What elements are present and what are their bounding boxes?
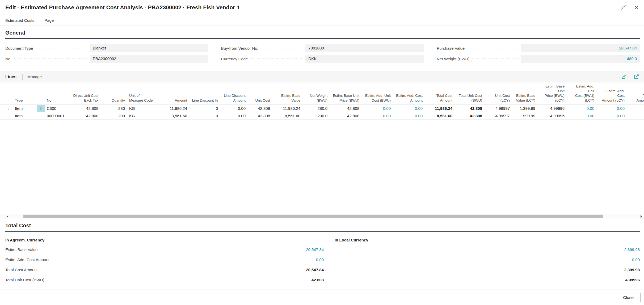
col-header-line-discount-amount[interactable]: Line Discount Amount: [220, 93, 248, 103]
table-row[interactable]: →Item⋮C30042.808280KG11,986.2400.0042.80…: [0, 105, 644, 112]
cell-quantity[interactable]: 200: [100, 112, 127, 120]
cell-total-cost-amount-lcy[interactable]: [627, 112, 644, 120]
cell-estim-base-value[interactable]: 8,561.60: [272, 112, 302, 120]
table-row[interactable]: Item0000000142.808200KG8,561.6000.0042.8…: [0, 112, 644, 120]
cell-total-cost-amount-lcy[interactable]: 1,399.99: [627, 105, 644, 112]
estim-base-value-agreem[interactable]: 20,547.84: [306, 247, 324, 252]
cell-amount[interactable]: 8,561.60: [163, 112, 189, 120]
col-header-estim-base-unit-price-bwu[interactable]: Estim. Base Unit Price (BWU): [330, 93, 361, 103]
cell-unit-cost[interactable]: 42.808: [248, 105, 272, 112]
net-weight-bwu-value[interactable]: 480.0: [521, 55, 640, 63]
col-header-estim-add-cost-amount-lcy[interactable]: Estim. Add. Cost Amount (LCY): [596, 89, 627, 103]
col-header-net-weight-bwu[interactable]: Net Weight (BWU): [302, 93, 330, 103]
cell-unit-cost[interactable]: 42.808: [248, 112, 272, 120]
cell-estim-base-unit-price-bwu-lcy[interactable]: 4.99996: [537, 105, 567, 112]
cell-total-cost-amount[interactable]: 8,561.60: [425, 112, 454, 120]
col-header-estim-base-value[interactable]: Estim. Base Value: [272, 93, 302, 103]
cell-estim-base-unit-price-bwu-lcy[interactable]: 4.99995: [537, 112, 567, 120]
cell-unit-cost-lcy[interactable]: 4.99997: [484, 112, 512, 120]
dotted-leader: [35, 48, 88, 49]
menu-page[interactable]: Page: [44, 18, 54, 23]
col-header-total-cost-amount-lcy[interactable]: Total Cost Amount (LCY): [627, 93, 644, 103]
cell-estim-add-cost-amount[interactable]: 0.00: [393, 105, 425, 112]
cell-unit-cost-lcy[interactable]: 4.99997: [484, 105, 512, 112]
totals-row-estim-base-value-local: 2,399.98: [335, 244, 640, 254]
focus-mode-button[interactable]: [633, 73, 640, 80]
cell-net-weight-bwu[interactable]: 200.0: [302, 112, 330, 120]
cell-line-discount-amount[interactable]: 0.00: [220, 105, 248, 112]
col-header-total-cost-amount[interactable]: Total Cost Amount: [425, 93, 454, 103]
close-button[interactable]: Close: [616, 293, 641, 302]
collapse-window-button[interactable]: [620, 3, 627, 11]
cell-estim-add-cost-amount-lcy[interactable]: 0.00: [596, 105, 627, 112]
scroll-left-icon[interactable]: [7, 215, 8, 218]
col-header-unit-cost[interactable]: Unit Cost: [248, 98, 272, 103]
cell-type[interactable]: Item: [13, 112, 37, 120]
cell-quantity[interactable]: 280: [100, 105, 127, 112]
col-header-quantity[interactable]: Quantity: [100, 98, 127, 103]
cell-no[interactable]: C300: [45, 105, 68, 112]
cell-net-weight-bwu[interactable]: 280.0: [302, 105, 330, 112]
estim-add-cost-amount-local[interactable]: 0.00: [632, 257, 640, 262]
cell-unit-of-measure-code[interactable]: KG: [127, 105, 163, 112]
cell-no[interactable]: 00000001: [45, 112, 68, 120]
ellipsis-icon[interactable]: ⋮: [39, 106, 43, 111]
cell-unit-of-measure-code[interactable]: KG: [127, 112, 163, 120]
col-header-line-discount-pct[interactable]: Line Discount %: [189, 98, 220, 103]
cell-estim-add-cost-amount-lcy[interactable]: 0.00: [596, 112, 627, 120]
col-header-no[interactable]: No.: [45, 98, 68, 103]
share-button[interactable]: [621, 73, 627, 80]
col-header-estim-base-unit-price-bwu-lcy[interactable]: Estim. Base Unit Price (BWU) (LCY): [537, 84, 567, 103]
cell-estim-add-cost-amount[interactable]: 0.00: [393, 112, 425, 120]
no-link[interactable]: C300: [47, 106, 56, 111]
col-header-unit-cost-lcy[interactable]: Unit Cost (LCY): [484, 93, 512, 103]
tab-lines[interactable]: Lines: [5, 74, 16, 79]
type-link[interactable]: Item: [15, 106, 23, 111]
cell-estim-base-unit-price-bwu[interactable]: 42.808: [330, 112, 361, 120]
row-menu-cell[interactable]: ⋮: [37, 105, 45, 112]
cell-estim-add-unit-cost-bwu[interactable]: 0.00: [361, 112, 393, 120]
no-value[interactable]: PBA2300002: [90, 55, 208, 63]
document-type-value[interactable]: Blanket: [90, 44, 208, 52]
cell-estim-add-unit-cost-bwu[interactable]: 0.00: [361, 105, 393, 112]
cell-estim-add-unit-cost-bwu-lcy[interactable]: 0.00: [567, 112, 596, 120]
general-section-heading[interactable]: General: [5, 30, 640, 39]
estim-base-value-local[interactable]: 2,399.98: [624, 247, 640, 252]
col-header-total-unit-cost-bwu[interactable]: Total Unit Cost (BWU): [454, 93, 484, 103]
cell-estim-base-unit-price-bwu[interactable]: 42.808: [330, 105, 361, 112]
horizontal-scrollbar[interactable]: [0, 214, 644, 219]
col-header-estim-add-unit-cost-bwu-lcy[interactable]: Estim. Add. Unit Cost (BWU) (LCY): [567, 84, 596, 103]
col-header-estim-add-unit-cost-bwu[interactable]: Estim. Add. Unit Cost (BWU): [361, 93, 393, 103]
cell-line-discount-amount[interactable]: 0.00: [220, 112, 248, 120]
cell-direct-unit-cost-excl-tax[interactable]: 42.808: [68, 112, 100, 120]
cell-amount[interactable]: 11,986.24: [163, 105, 189, 112]
col-header-amount[interactable]: Amount: [163, 98, 189, 103]
cell-estim-base-value-lcy[interactable]: 999.99: [512, 112, 537, 120]
cell-line-discount-pct[interactable]: 0: [189, 105, 220, 112]
cell-estim-add-unit-cost-bwu-lcy[interactable]: 0.00: [567, 105, 596, 112]
col-header-estim-base-value-lcy[interactable]: Estim. Base Value (LCY): [512, 93, 537, 103]
col-header-unit-of-measure-code[interactable]: Unit of Measure Code: [127, 93, 163, 103]
col-header-estim-add-cost-amount[interactable]: Estim. Add. Cost Amount: [393, 93, 425, 103]
scrollbar-thumb[interactable]: [23, 215, 603, 218]
purchase-value-value[interactable]: 20,547.84: [521, 44, 640, 52]
cell-estim-base-value-lcy[interactable]: 1,399.99: [512, 105, 537, 112]
close-window-button[interactable]: ✕: [633, 4, 640, 11]
buy-from-vendor-no-value[interactable]: 7001000: [305, 44, 424, 52]
cell-direct-unit-cost-excl-tax[interactable]: 42.808: [68, 105, 100, 112]
scroll-right-icon[interactable]: [641, 215, 642, 218]
currency-code-value[interactable]: DKK: [305, 55, 424, 63]
cell-estim-base-value[interactable]: 11,986.24: [272, 105, 302, 112]
cell-line-discount-pct[interactable]: 0: [189, 112, 220, 120]
cell-total-unit-cost-bwu[interactable]: 42.808: [454, 105, 484, 112]
window-controls: ✕: [620, 3, 641, 11]
total-cost-heading[interactable]: Total Cost: [5, 222, 640, 232]
cell-total-cost-amount[interactable]: 11,986.24: [425, 105, 454, 112]
menu-estimated-costs[interactable]: Estimated Costs: [5, 18, 34, 23]
col-header-direct-unit-cost-excl-tax[interactable]: Direct Unit Cost Excl. Tax: [68, 93, 100, 103]
tab-manage[interactable]: Manage: [27, 74, 42, 79]
cell-total-unit-cost-bwu[interactable]: 42.808: [454, 112, 484, 120]
cell-type[interactable]: Item: [13, 105, 37, 112]
estim-add-cost-amount-agreem[interactable]: 0.00: [316, 257, 324, 262]
col-header-type[interactable]: Type: [13, 98, 37, 103]
